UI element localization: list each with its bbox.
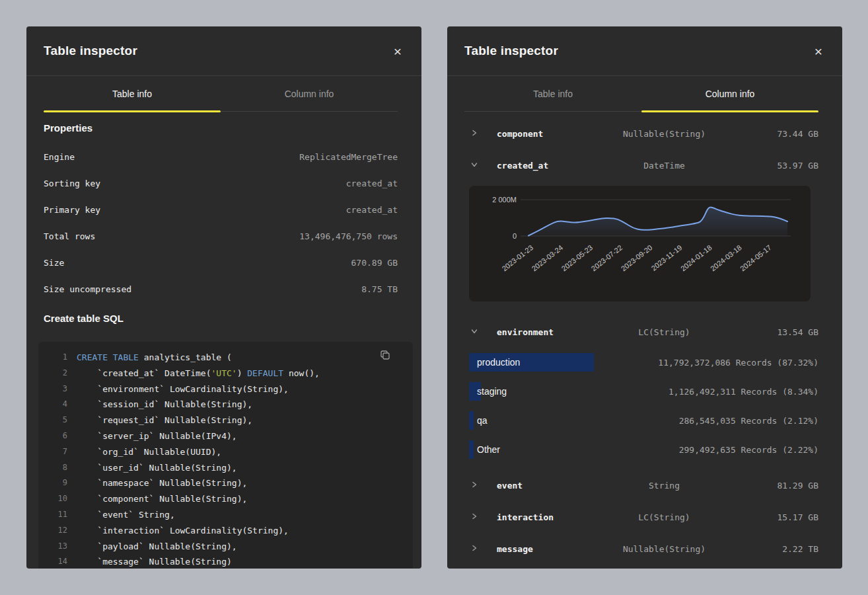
value-record-count: 11,792,372,086 Records (87.32%) [658, 358, 818, 368]
copy-icon[interactable] [379, 348, 390, 363]
sql-code-line: 6 `server_ip` Nullable(IPv4), [38, 428, 413, 444]
sql-code-line: 10 `component` Nullable(String), [38, 491, 413, 507]
table-inspector-dialog-right: Table inspector × Table info Column info… [447, 26, 842, 569]
line-number: 5 [38, 413, 77, 428]
sql-code-text: `request_id` Nullable(String), [77, 413, 252, 428]
sql-code-line: 2 `created_at` DateTime('UTC') DEFAULT n… [38, 366, 413, 381]
column-row-created_at[interactable]: created_atDateTime53.97 GB [464, 149, 818, 181]
x-tick-label: 2023-07-22 [590, 243, 624, 272]
value-record-count: 299,492,635 Records (2.22%) [679, 445, 818, 455]
sql-code-text: `message` Nullable(String) [77, 554, 232, 569]
column-name: message [497, 544, 596, 554]
column-row-component[interactable]: componentNullable(String)73.44 GB [464, 118, 818, 149]
sql-code-line: 8 `user_id` Nullable(String), [38, 460, 413, 476]
chevron-cell [464, 129, 497, 139]
sql-code-line: 5 `request_id` Nullable(String), [38, 413, 413, 428]
sql-code-line: 11 `event` String, [38, 507, 413, 523]
tab-bar: Table info Column info [464, 76, 818, 112]
sql-code-text: `user_id` Nullable(String), [77, 460, 237, 476]
sql-code-line: 7 `org_id` Nullable(UUID), [38, 444, 413, 460]
sql-code-line: 1CREATE TABLE analytics_table ( [38, 350, 413, 366]
column-row-message[interactable]: messageNullable(String)2.22 TB [464, 533, 818, 565]
sql-code-line: 13 `payload` Nullable(String), [38, 539, 413, 555]
line-number: 9 [38, 475, 77, 491]
dialog-title: Table inspector [44, 44, 137, 58]
column-type: LC(String) [596, 512, 733, 522]
property-value: created_at [346, 178, 398, 188]
spacer [464, 464, 818, 469]
chevron-cell [464, 481, 497, 491]
column-size: 73.44 GB [733, 129, 818, 139]
chevron-cell [464, 544, 497, 554]
tab-table-info[interactable]: Table info [44, 76, 221, 112]
line-number: 12 [38, 523, 77, 539]
chevron-right-icon[interactable] [470, 129, 478, 137]
chevron-cell [464, 161, 497, 171]
line-number: 6 [38, 428, 77, 444]
chevron-down-icon[interactable] [470, 161, 478, 169]
column-row-event[interactable]: eventString81.29 GB [464, 469, 818, 501]
chevron-right-icon[interactable] [470, 544, 478, 552]
tab-column-info[interactable]: Column info [221, 76, 398, 112]
column-type: LC(String) [596, 327, 733, 337]
columns-list: componentNullable(String)73.44 GBcreated… [447, 112, 842, 565]
value-record-count: 1,126,492,311 Records (8.34%) [669, 387, 818, 397]
column-type: String [596, 481, 733, 491]
properties-list: EngineReplicatedMergeTreeSorting keycrea… [26, 139, 421, 302]
close-icon[interactable]: × [394, 44, 402, 58]
column-row-environment[interactable]: environmentLC(String)13.54 GB [464, 316, 818, 348]
dialog-header: Table inspector × [447, 26, 842, 76]
sql-code-line: 3 `environment` LowCardinality(String), [38, 381, 413, 397]
environment-value-row: production11,792,372,086 Records (87.32%… [469, 348, 818, 377]
column-name: event [497, 481, 596, 491]
dialog-header: Table inspector × [26, 26, 421, 76]
sql-code-text: `event` String, [77, 507, 175, 523]
x-tick-label: 2023-05-23 [560, 243, 595, 272]
column-size: 81.29 GB [733, 481, 818, 491]
environment-value-row: qa286,545,035 Records (2.12%) [469, 406, 818, 435]
tab-table-info[interactable]: Table info [464, 76, 641, 112]
line-number: 13 [38, 539, 77, 555]
property-value: 13,496,476,750 rows [299, 231, 398, 241]
line-number: 1 [38, 350, 77, 366]
line-number: 2 [38, 366, 77, 381]
properties-heading: Properties [26, 112, 421, 139]
property-label: Sorting key [44, 178, 100, 188]
sql-code-text: `payload` Nullable(String), [77, 539, 237, 555]
close-icon[interactable]: × [814, 44, 822, 58]
property-value: 670.89 GB [351, 258, 398, 268]
environment-value-row: Other299,492,635 Records (2.22%) [469, 435, 818, 464]
value-label: staging [477, 386, 507, 397]
dialog-title: Table inspector [464, 44, 558, 58]
chevron-down-icon[interactable] [470, 327, 478, 335]
line-number: 4 [38, 397, 77, 413]
table-inspector-dialog-left: Table inspector × Table info Column info… [26, 26, 421, 569]
line-number: 11 [38, 507, 77, 523]
line-number: 10 [38, 491, 77, 507]
property-row: Size uncompressed8.75 TB [44, 276, 398, 302]
sql-code-text: `component` Nullable(String), [77, 491, 247, 507]
sql-code-text: `session_id` Nullable(String), [77, 397, 252, 413]
column-name: created_at [497, 161, 596, 171]
environment-value-row: staging1,126,492,311 Records (8.34%) [469, 377, 818, 406]
sql-code-text: `org_id` Nullable(UUID), [77, 444, 221, 460]
column-size: 53.97 GB [733, 161, 818, 171]
sql-code-line: 12 `interaction` LowCardinality(String), [38, 523, 413, 539]
sql-code-line: 9 `namespace` Nullable(String), [38, 475, 413, 491]
chevron-cell [464, 512, 497, 522]
tab-column-info[interactable]: Column info [641, 76, 818, 112]
column-row-interaction[interactable]: interactionLC(String)15.17 GB [464, 501, 818, 533]
property-row: Total rows13,496,476,750 rows [44, 223, 398, 249]
property-row: EngineReplicatedMergeTree [44, 143, 398, 170]
sql-code-block: 1CREATE TABLE analytics_table (2 `create… [38, 342, 413, 569]
property-label: Total rows [44, 231, 95, 241]
chevron-right-icon[interactable] [470, 481, 478, 489]
x-tick-label: 2024-03-18 [709, 243, 743, 272]
value-label: production [477, 357, 520, 368]
chevron-right-icon[interactable] [470, 512, 478, 520]
column-name: interaction [497, 512, 596, 522]
property-row: Size670.89 GB [44, 249, 398, 276]
value-frequency-bar [469, 440, 474, 459]
column-size: 2.22 TB [733, 544, 818, 554]
property-label: Size [44, 258, 64, 268]
